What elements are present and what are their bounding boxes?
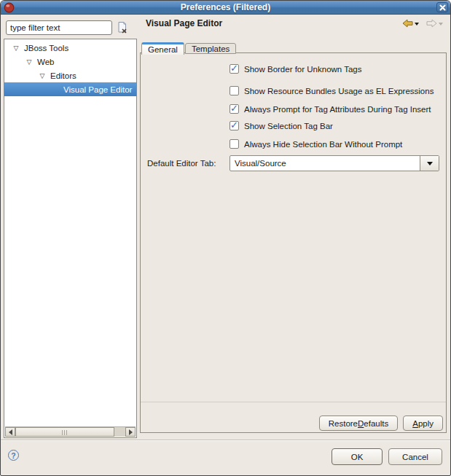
tree-item-web[interactable]: ▽ Web — [4, 55, 136, 69]
content-divider — [141, 402, 446, 402]
tab-templates[interactable]: Templates — [185, 43, 236, 54]
filter-input[interactable] — [6, 20, 112, 35]
ok-button[interactable]: OK — [332, 448, 383, 465]
chevron-down-icon — [427, 162, 433, 168]
forward-dropdown-icon — [439, 23, 443, 28]
tree-item-label: Web — [37, 58, 54, 66]
preferences-tree: ▽ JBoss Tools ▽ Web ▽ Editors ▽ Visual P… — [4, 39, 137, 438]
arrow-right-icon — [129, 429, 136, 435]
checkbox-label: Show Border for Unknown Tags — [244, 65, 362, 74]
checkbox-label: Show Selection Tag Bar — [244, 122, 333, 130]
apply-button[interactable]: Apply — [403, 415, 443, 431]
checkbox-always-prompt[interactable]: Always Prompt for Tag Attributes During … — [230, 104, 431, 114]
checkbox-selection-tag-bar[interactable]: Show Selection Tag Bar — [230, 121, 333, 130]
help-button[interactable]: ? — [8, 450, 19, 461]
footer-separator — [1, 440, 450, 440]
back-button[interactable] — [402, 19, 419, 28]
checkbox-icon[interactable] — [230, 104, 239, 114]
default-editor-tab-combo[interactable]: Visual/Source — [230, 155, 439, 171]
label-mnemonic: A — [412, 419, 418, 428]
restore-defaults-button[interactable]: Restore Defaults — [319, 415, 398, 431]
tree-item-jboss-tools[interactable]: ▽ JBoss Tools — [4, 41, 136, 55]
tree-item-editors[interactable]: ▽ Editors — [4, 69, 136, 82]
forward-button — [426, 19, 443, 28]
tree-horizontal-scrollbar[interactable] — [5, 426, 136, 437]
titlebar[interactable]: Preferences (Filtered) — [1, 1, 450, 15]
tree-item-label: Editors — [50, 71, 77, 80]
combo-dropdown-button[interactable] — [420, 156, 439, 171]
back-dropdown-icon[interactable] — [415, 23, 419, 28]
window-title: Preferences (Filtered) — [1, 2, 450, 12]
back-arrow-icon — [402, 19, 413, 28]
arrow-left-icon — [6, 429, 12, 435]
scroll-right-button[interactable] — [125, 427, 136, 437]
checkbox-resource-bundles[interactable]: Show Resource Bundles Usage as EL Expres… — [230, 86, 434, 95]
expander-icon[interactable]: ▽ — [25, 58, 34, 66]
checkbox-hide-selection-bar[interactable]: Always Hide Selection Bar Without Prompt — [230, 139, 402, 149]
cancel-button[interactable]: Cancel — [388, 448, 442, 465]
expander-icon[interactable]: ▽ — [12, 44, 20, 52]
tab-bar: General Templates — [141, 42, 237, 54]
label-part: efaults — [364, 419, 388, 428]
label-part: Restore — [329, 419, 358, 428]
forward-arrow-icon — [426, 19, 437, 28]
checkbox-label: Always Prompt for Tag Attributes During … — [244, 105, 431, 114]
close-icon — [439, 4, 446, 11]
clear-filter-icon[interactable] — [116, 21, 128, 34]
expander-icon[interactable]: ▽ — [38, 72, 47, 79]
tab-general[interactable]: General — [141, 42, 184, 55]
checkbox-show-border[interactable]: Show Border for Unknown Tags — [230, 64, 362, 74]
scrollbar-thumb[interactable] — [15, 427, 114, 437]
scroll-left-button[interactable] — [5, 427, 15, 437]
tree-item-label: Visual Page Editor — [63, 85, 132, 94]
checkbox-icon[interactable] — [230, 121, 239, 130]
general-tab-content: Show Border for Unknown Tags Show Resour… — [140, 52, 447, 433]
checkbox-label: Always Hide Selection Bar Without Prompt — [244, 140, 402, 149]
checkbox-label: Show Resource Bundles Usage as EL Expres… — [244, 87, 434, 95]
checkbox-icon[interactable] — [230, 139, 239, 149]
checkbox-icon[interactable] — [230, 86, 239, 95]
checkbox-icon[interactable] — [230, 64, 239, 74]
tree-item-label: JBoss Tools — [24, 44, 68, 52]
tree-item-visual-page-editor[interactable]: ▽ Visual Page Editor — [4, 82, 136, 96]
close-button[interactable] — [436, 2, 448, 12]
label-part: pply — [418, 419, 434, 428]
label-mnemonic: D — [358, 419, 364, 428]
page-title: Visual Page Editor — [146, 18, 222, 28]
default-editor-tab-label: Default Editor Tab: — [147, 159, 216, 168]
combo-value: Visual/Source — [230, 159, 420, 168]
preferences-dialog: Preferences (Filtered) ▽ JBoss Tools ▽ W… — [0, 0, 451, 476]
